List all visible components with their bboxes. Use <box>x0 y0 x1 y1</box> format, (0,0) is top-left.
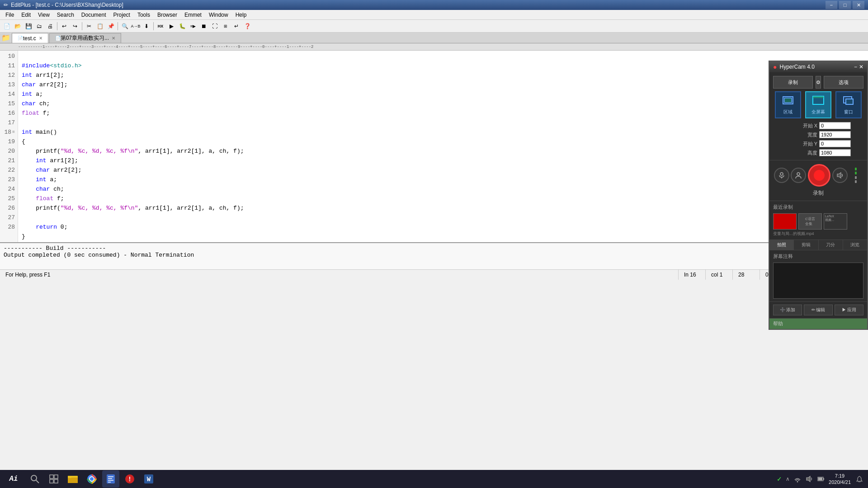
hypercam-panel: ● HyperCam 4.0 − ✕ 录制 ⚙ 选项 <box>769 61 868 330</box>
hc-add-btn[interactable]: ➕ 添加 <box>773 305 802 315</box>
undo-button[interactable]: ↩ <box>59 21 69 31</box>
hypercam-minimize[interactable]: − <box>854 64 857 70</box>
tab-chapter07[interactable]: 📄 第07章用函数实习... ✕ <box>49 33 121 43</box>
saveall-button[interactable]: 🗂 <box>34 21 44 31</box>
tab-edit[interactable]: 剪辑 <box>794 240 818 250</box>
code-area[interactable]: #include<stdio.h> int arr1[2]; char arr2… <box>18 51 868 242</box>
hc-thumb-1[interactable] <box>773 213 797 230</box>
menu-search[interactable]: Search <box>53 11 78 19</box>
redo-button[interactable]: ↪ <box>70 21 80 31</box>
hc-starty-input[interactable] <box>819 140 851 147</box>
tab-browse[interactable]: 浏览 <box>843 240 867 250</box>
hypercam-window-label: 窗口 <box>844 109 853 115</box>
tray-chevron[interactable]: ∧ <box>786 476 790 482</box>
taskbar-explorer[interactable] <box>64 470 81 488</box>
hc-help-label: 帮助 <box>773 321 783 326</box>
wrap-button[interactable]: ↵ <box>231 21 241 31</box>
line-numbers: 10 11 12 13 14 15 16 17 18 ≡ 19 20 21 22… <box>0 51 18 242</box>
close-button[interactable]: ✕ <box>853 1 864 9</box>
hypercam-bottom-buttons: ➕ 添加 ✏ 编辑 ▶ 应用 <box>769 302 867 319</box>
hc-width-input[interactable] <box>819 131 851 138</box>
compile-button[interactable]: HX <box>156 21 165 31</box>
hypercam-close[interactable]: ✕ <box>859 64 863 70</box>
findnext-button[interactable]: ⬇ <box>142 21 151 31</box>
menu-browser[interactable]: Browser <box>154 11 181 19</box>
save-button[interactable]: 💾 <box>24 21 33 31</box>
hc-apply-btn[interactable]: ▶ 应用 <box>835 305 863 315</box>
tab-close-icon-2[interactable]: ✕ <box>112 36 115 41</box>
debug-button[interactable]: 🐛 <box>177 21 187 31</box>
hypercam-options-btn[interactable]: 选项 <box>824 76 863 89</box>
menu-view[interactable]: View <box>34 11 53 19</box>
hypercam-record-btn[interactable]: 录制 <box>773 76 813 89</box>
hc-record-main-btn[interactable] <box>808 164 830 187</box>
hc-person-btn[interactable] <box>791 168 806 183</box>
print-button[interactable]: 🖨 <box>45 21 55 31</box>
taskbar-search[interactable] <box>26 470 43 488</box>
editor-content[interactable]: 10 11 12 13 14 15 16 17 18 ≡ 19 20 21 22… <box>0 51 868 242</box>
hypercam-fullscreen-btn[interactable]: 全屏幕 <box>805 91 831 118</box>
help-button[interactable]: ❓ <box>242 21 252 31</box>
menu-window[interactable]: Window <box>205 11 232 19</box>
svg-point-9 <box>797 173 800 175</box>
menu-help[interactable]: Help <box>232 11 250 19</box>
tray-notifications[interactable] <box>854 470 864 488</box>
tab-test-c[interactable]: 📄 test.c ✕ <box>12 33 48 43</box>
hc-thumb-2[interactable]: C语言全集 <box>798 213 822 230</box>
new-button[interactable]: 📄 <box>2 21 12 31</box>
svg-marker-37 <box>807 476 810 482</box>
svg-text:W: W <box>147 476 151 483</box>
svg-point-7 <box>780 173 783 175</box>
taskbar-chrome[interactable] <box>83 470 100 488</box>
menu-tools[interactable]: Tools <box>134 11 154 19</box>
menu-file[interactable]: File <box>2 11 18 19</box>
taskbar-antivirus[interactable]: ! <box>121 470 138 488</box>
hc-record-label: 录制 <box>813 189 824 197</box>
svg-rect-6 <box>846 99 853 104</box>
paste-button[interactable]: 📌 <box>106 21 116 31</box>
minimize-button[interactable]: − <box>826 1 837 9</box>
hc-height-input[interactable] <box>819 149 851 156</box>
tray-datetime[interactable]: 7:19 2020/4/21 <box>829 473 851 486</box>
hypercam-area-btn[interactable]: 区域 <box>775 91 801 118</box>
copy-button[interactable]: 📋 <box>95 21 105 31</box>
replace-button[interactable]: A→B <box>131 21 141 31</box>
ruler-text: ----------1----+----2----+----3----+----… <box>18 45 314 49</box>
hc-edit-btn[interactable]: ✏ 编辑 <box>804 305 833 315</box>
search-button[interactable]: 🔍 <box>120 21 130 31</box>
hc-thumb-3[interactable]: LaTeX视频... <box>824 213 847 230</box>
tab-close-icon[interactable]: ✕ <box>39 36 42 41</box>
menu-project[interactable]: Project <box>110 11 134 19</box>
menu-emmet[interactable]: Emmet <box>181 11 205 19</box>
taskbar-editplus[interactable] <box>102 470 119 488</box>
menu-document[interactable]: Document <box>78 11 110 19</box>
taskbar-ai[interactable]: Ai <box>0 470 27 488</box>
open-button[interactable]: 📂 <box>13 21 23 31</box>
maximize-button[interactable]: □ <box>839 1 851 9</box>
hc-vol-btn[interactable] <box>832 168 848 183</box>
run-button[interactable]: ▶ <box>166 21 176 31</box>
stop-button[interactable]: ⏹ <box>199 21 209 31</box>
tray-volume-icon[interactable] <box>805 475 813 483</box>
menu-edit[interactable]: Edit <box>18 11 34 19</box>
cut-button[interactable]: ✂ <box>84 21 94 31</box>
tray-network-icon[interactable] <box>793 475 802 483</box>
hypercam-window-btn[interactable]: 窗口 <box>835 91 862 118</box>
split-button[interactable]: ⊞ <box>221 21 231 31</box>
taskbar-taskview[interactable] <box>45 470 62 488</box>
toolbar-sep-2 <box>82 22 82 30</box>
build-button[interactable]: ≡▶ <box>188 21 198 31</box>
hc-mic-btn[interactable] <box>774 168 789 183</box>
status-num1: 28 <box>732 270 760 280</box>
hypercam-settings-btn[interactable]: ⚙ <box>816 76 821 89</box>
hc-height-label: 高度 <box>773 150 817 156</box>
tray-battery-icon[interactable] <box>817 475 825 483</box>
hc-annotation-area[interactable] <box>773 263 863 299</box>
tab-capture[interactable]: 拍照 <box>769 240 794 250</box>
hc-startx-input[interactable] <box>819 122 851 129</box>
hypercam-help[interactable]: 帮助 <box>769 319 867 329</box>
fullscreen-button[interactable]: ⛶ <box>210 21 220 31</box>
tab-cut[interactable]: 刀分 <box>819 240 843 250</box>
taskbar-word[interactable]: W <box>140 470 157 488</box>
svg-rect-4 <box>813 96 824 98</box>
